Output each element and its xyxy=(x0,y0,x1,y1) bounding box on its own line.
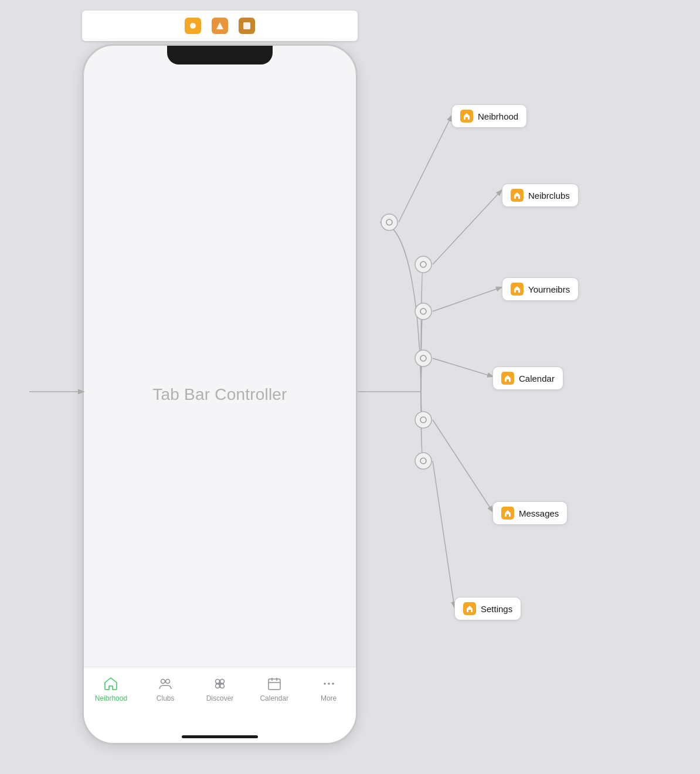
toolbar-icon-2[interactable] xyxy=(212,18,228,34)
svg-point-29 xyxy=(420,262,426,267)
svg-point-31 xyxy=(420,308,426,314)
tab-item-calendar[interactable]: Calendar xyxy=(247,675,301,702)
svg-line-23 xyxy=(433,358,492,376)
toolbar xyxy=(82,11,358,41)
tab-label-more: More xyxy=(321,694,337,702)
home-indicator xyxy=(182,735,258,738)
dest-calendar[interactable]: Calendar xyxy=(492,366,563,390)
dest-icon-neibrclubs xyxy=(511,189,524,202)
svg-line-25 xyxy=(433,461,454,607)
toolbar-icon-1[interactable] xyxy=(185,18,201,34)
svg-point-33 xyxy=(420,355,426,361)
dest-icon-yourneibrs xyxy=(511,283,524,296)
svg-point-36 xyxy=(415,453,431,469)
tab-item-neibrhood[interactable]: Neibrhood xyxy=(84,675,138,702)
dest-settings[interactable]: Settings xyxy=(454,597,521,620)
svg-point-4 xyxy=(166,680,170,684)
dest-neibrclubs[interactable]: Neibrclubs xyxy=(502,184,579,207)
dest-label-settings: Settings xyxy=(481,604,512,614)
svg-point-3 xyxy=(161,680,165,684)
svg-line-22 xyxy=(433,287,501,311)
svg-marker-1 xyxy=(216,22,223,29)
tab-icon-neibrhood xyxy=(103,675,119,692)
svg-point-27 xyxy=(386,219,392,225)
dest-label-messages: Messages xyxy=(519,508,559,518)
svg-point-6 xyxy=(220,680,224,684)
svg-line-21 xyxy=(433,191,501,264)
dest-yourneibrs[interactable]: Yourneibrs xyxy=(502,277,579,301)
dest-label-neibrhood: Neibrhood xyxy=(478,111,518,121)
tab-label-calendar: Calendar xyxy=(260,694,288,702)
svg-point-17 xyxy=(332,683,334,685)
svg-point-28 xyxy=(415,256,431,273)
dest-icon-messages xyxy=(501,507,514,520)
svg-point-8 xyxy=(220,684,224,688)
phone-frame: Tab Bar Controller Neibrhood Clubs xyxy=(82,44,358,745)
tab-item-clubs[interactable]: Clubs xyxy=(138,675,193,702)
svg-rect-2 xyxy=(243,22,250,29)
dest-icon-settings xyxy=(463,602,476,615)
dest-label-calendar: Calendar xyxy=(519,374,555,383)
svg-point-35 xyxy=(420,417,426,423)
svg-point-15 xyxy=(324,683,326,685)
svg-rect-11 xyxy=(269,679,280,690)
tab-icon-more xyxy=(321,675,337,692)
svg-point-26 xyxy=(381,214,397,230)
svg-point-34 xyxy=(415,412,431,428)
tab-label-neibrhood: Neibrhood xyxy=(95,694,127,702)
tab-label-discover: Discover xyxy=(206,694,234,702)
dest-icon-calendar xyxy=(501,372,514,385)
svg-point-30 xyxy=(415,303,431,320)
svg-point-7 xyxy=(215,684,219,688)
dest-label-yourneibrs: Yourneibrs xyxy=(528,284,570,294)
dest-icon-neibrhood xyxy=(460,110,473,123)
tab-bar-controller-label: Tab Bar Controller xyxy=(152,385,287,404)
svg-line-20 xyxy=(399,116,451,222)
tab-label-clubs: Clubs xyxy=(157,694,175,702)
tab-icon-calendar xyxy=(266,675,283,692)
toolbar-icon-3[interactable] xyxy=(239,18,255,34)
svg-point-16 xyxy=(328,683,330,685)
tab-item-more[interactable]: More xyxy=(301,675,356,702)
dest-messages[interactable]: Messages xyxy=(492,501,568,525)
svg-line-24 xyxy=(433,420,492,511)
svg-point-37 xyxy=(420,458,426,464)
svg-point-32 xyxy=(415,350,431,366)
dest-neibrhood[interactable]: Neibrhood xyxy=(451,104,527,128)
svg-point-0 xyxy=(190,23,196,29)
tab-icon-discover xyxy=(212,675,228,692)
dest-label-neibrclubs: Neibrclubs xyxy=(528,191,570,201)
tab-item-discover[interactable]: Discover xyxy=(193,675,247,702)
tab-bar: Neibrhood Clubs xyxy=(84,667,356,743)
svg-point-5 xyxy=(215,680,219,684)
tab-icon-clubs xyxy=(157,675,174,692)
phone-content: Tab Bar Controller xyxy=(84,46,356,743)
